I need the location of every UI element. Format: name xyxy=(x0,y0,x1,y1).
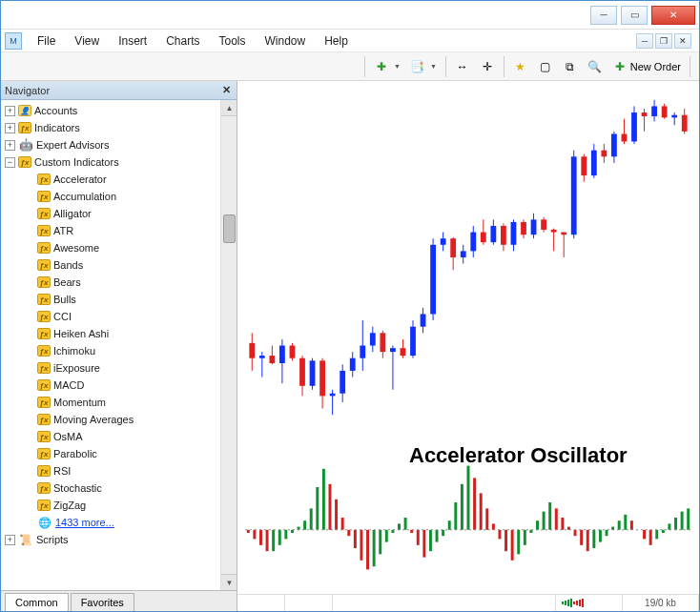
tree-item-bulls[interactable]: ƒxBulls xyxy=(1,291,220,308)
title-bar: ─ ▭ ✕ xyxy=(1,1,699,30)
tree-item-zigzag[interactable]: ƒxZigZag xyxy=(1,497,220,514)
oscillator-pane[interactable]: Accelerator Oscillator xyxy=(237,441,699,594)
scroll-down-arrow-icon[interactable]: ▼ xyxy=(221,574,237,590)
mdi-minimize-button[interactable]: ─ xyxy=(636,33,653,49)
svg-rect-190 xyxy=(393,529,395,530)
tree-item-expert-advisors[interactable]: +🤖Expert Advisors xyxy=(1,136,220,153)
crosshair-button[interactable]: ✛ xyxy=(476,55,499,78)
expand-icon[interactable]: + xyxy=(5,106,15,116)
svg-rect-63 xyxy=(561,233,566,235)
svg-rect-51 xyxy=(501,226,506,245)
zoom-tool-button[interactable]: 🔍 xyxy=(584,55,607,78)
window-tool-button[interactable]: ▢ xyxy=(534,55,557,78)
svg-rect-241 xyxy=(636,529,638,530)
tree-item-indicators[interactable]: +ƒxIndicators xyxy=(1,119,220,136)
price-chart[interactable] xyxy=(237,81,699,441)
tree-item-label: Bulls xyxy=(53,294,76,305)
new-order-button[interactable]: ✚New Order xyxy=(608,55,685,78)
expander-blank xyxy=(24,312,34,322)
tree-item-1433-more-[interactable]: 🌐1433 more... xyxy=(1,514,220,531)
navigator-close-button[interactable]: ✕ xyxy=(219,84,233,97)
menu-file[interactable]: File xyxy=(28,31,65,51)
svg-rect-163 xyxy=(264,529,266,530)
tree-item-awesome[interactable]: ƒxAwesome xyxy=(1,239,220,256)
collapse-icon[interactable]: − xyxy=(5,157,15,168)
svg-rect-178 xyxy=(336,529,338,530)
navigator-header: Navigator ✕ xyxy=(1,81,237,100)
tab-favorites[interactable]: Favorites xyxy=(71,593,134,611)
svg-rect-200 xyxy=(441,529,443,530)
tree-item-cci[interactable]: ƒxCCI xyxy=(1,308,220,325)
tree-item-atr[interactable]: ƒxATR xyxy=(1,222,220,239)
svg-rect-171 xyxy=(302,529,304,530)
svg-rect-199 xyxy=(436,529,438,530)
menu-window[interactable]: Window xyxy=(256,31,316,51)
svg-rect-181 xyxy=(350,529,352,530)
mdi-restore-button[interactable]: ❐ xyxy=(655,33,672,49)
scroll-up-arrow-icon[interactable]: ▲ xyxy=(221,100,237,116)
tree-item-custom-indicators[interactable]: −ƒxCustom Indicators xyxy=(1,153,220,171)
svg-rect-204 xyxy=(460,529,462,530)
tree-item-alligator[interactable]: ƒxAlligator xyxy=(1,205,220,222)
tree-item-rsi[interactable]: ƒxRSI xyxy=(1,462,220,479)
svg-rect-87 xyxy=(682,115,688,132)
tree-item-bears[interactable]: ƒxBears xyxy=(1,274,220,291)
menu-tools[interactable]: Tools xyxy=(210,31,256,51)
star-button[interactable]: ★ xyxy=(509,55,532,78)
svg-rect-29 xyxy=(390,348,396,352)
tree-item-moving-averages[interactable]: ƒxMoving Averages xyxy=(1,411,220,428)
chart-tool-button[interactable]: ⧉ xyxy=(559,55,582,78)
navigator-scrollbar[interactable]: ▲ ▼ xyxy=(220,100,237,590)
tree-item-label: Alligator xyxy=(53,208,92,219)
tree-item-accounts[interactable]: +👤Accounts xyxy=(1,102,220,119)
tree-item-ichimoku[interactable]: ƒxIchimoku xyxy=(1,342,220,359)
tab-common[interactable]: Common xyxy=(5,593,69,611)
svg-rect-79 xyxy=(642,112,648,116)
tree-item-osma[interactable]: ƒxOsMA xyxy=(1,428,220,445)
svg-rect-71 xyxy=(601,151,607,157)
tree-item-accelerator[interactable]: ƒxAccelerator xyxy=(1,171,220,188)
svg-rect-7 xyxy=(279,346,285,364)
window-close-button[interactable]: ✕ xyxy=(651,6,695,25)
expander-blank xyxy=(24,329,34,339)
tree-item-scripts[interactable]: +📜Scripts xyxy=(1,531,220,548)
svg-rect-69 xyxy=(591,151,597,175)
tree-item-bands[interactable]: ƒxBands xyxy=(1,256,220,274)
expand-icon[interactable]: + xyxy=(5,535,15,545)
svg-rect-233 xyxy=(598,529,600,530)
add-indicator-button[interactable]: ✚▼ xyxy=(370,55,404,78)
tree-item-parabolic[interactable]: ƒxParabolic xyxy=(1,445,220,462)
template-button[interactable]: 📑▼ xyxy=(406,55,441,78)
cursor-button[interactable]: ↔ xyxy=(451,55,474,78)
window-minimize-button[interactable]: ─ xyxy=(590,6,617,25)
navigator-tree[interactable]: +👤Accounts+ƒxIndicators+🤖Expert Advisors… xyxy=(1,100,220,590)
window-maximize-button[interactable]: ▭ xyxy=(621,6,648,25)
svg-rect-165 xyxy=(274,529,276,530)
menu-help[interactable]: Help xyxy=(315,31,358,51)
svg-rect-61 xyxy=(551,230,557,233)
tree-item-iexposure[interactable]: ƒxiExposure xyxy=(1,359,220,377)
svg-rect-85 xyxy=(671,115,677,118)
svg-rect-201 xyxy=(445,529,447,530)
menu-insert[interactable]: Insert xyxy=(109,31,156,51)
indicator-icon: ƒx xyxy=(37,465,51,477)
menu-view[interactable]: View xyxy=(65,31,109,51)
expand-icon[interactable]: + xyxy=(5,123,15,133)
tree-item-label: Bands xyxy=(53,259,83,271)
tree-item-accumulation[interactable]: ƒxAccumulation xyxy=(1,188,220,205)
tree-item-momentum[interactable]: ƒxMomentum xyxy=(1,394,220,411)
indicator-icon: ƒx xyxy=(37,242,51,254)
mdi-close-button[interactable]: ✕ xyxy=(674,33,691,49)
svg-rect-217 xyxy=(522,529,524,530)
svg-rect-174 xyxy=(317,529,319,530)
expand-icon[interactable]: + xyxy=(5,140,15,151)
tree-item-label: Momentum xyxy=(53,397,106,408)
tree-item-stochastic[interactable]: ƒxStochastic xyxy=(1,479,220,497)
tree-item-macd[interactable]: ƒxMACD xyxy=(1,377,220,394)
tree-item-heiken-ashi[interactable]: ƒxHeiken Ashi xyxy=(1,325,220,342)
svg-rect-209 xyxy=(484,529,485,530)
menu-charts[interactable]: Charts xyxy=(156,31,209,51)
app-window: ─ ▭ ✕ M FileViewInsertChartsToolsWindowH… xyxy=(0,0,700,612)
star-icon: ★ xyxy=(513,59,528,74)
scroll-thumb[interactable] xyxy=(223,214,236,243)
